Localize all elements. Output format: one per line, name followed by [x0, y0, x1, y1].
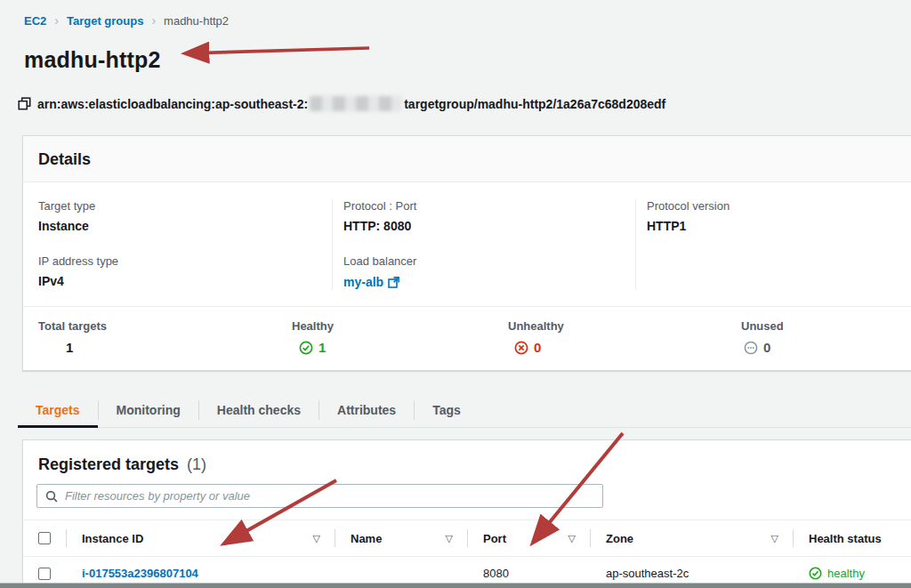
load-balancer-link[interactable]: my-alb: [343, 275, 399, 289]
arn-redacted-account-id: [310, 96, 402, 111]
page-title: madhu-http2: [24, 47, 911, 73]
select-all-checkbox[interactable]: [38, 532, 51, 544]
column-header-name[interactable]: Name ▽: [335, 520, 467, 556]
filter-input[interactable]: [65, 489, 594, 503]
row-checkbox[interactable]: [38, 568, 51, 580]
column-header-port[interactable]: Port ▽: [467, 520, 590, 556]
field-protocol-port: Protocol : Port HTTP: 8080: [343, 199, 635, 233]
stat-unhealthy: Unhealthy 0: [493, 319, 726, 355]
search-icon: [45, 490, 58, 503]
breadcrumb: EC2 › Target groups › madhu-http2: [0, 0, 911, 28]
tab-health-checks[interactable]: Health checks: [199, 396, 318, 428]
column-header-zone[interactable]: Zone ▽: [590, 520, 793, 556]
registered-targets-count: (1): [187, 455, 206, 473]
breadcrumb-ec2[interactable]: EC2: [24, 14, 46, 28]
window-edge-bar: [0, 583, 911, 588]
column-header-health-status[interactable]: Health status: [793, 520, 911, 556]
table-header-row: Instance ID ▽ Name ▽ Port ▽ Zone ▽ Healt…: [23, 520, 911, 556]
copy-icon[interactable]: [18, 97, 31, 110]
field-ip-address-type: IP address type IPv4: [38, 254, 332, 288]
details-fields: Target type Instance IP address type IPv…: [23, 182, 911, 306]
breadcrumb-target-groups[interactable]: Target groups: [67, 14, 143, 28]
stat-total-targets: Total targets 1: [23, 319, 277, 355]
stat-unused: Unused 0: [726, 319, 911, 355]
targets-table: Instance ID ▽ Name ▽ Port ▽ Zone ▽ Healt…: [23, 520, 911, 588]
breadcrumb-separator-icon: ›: [151, 13, 156, 28]
external-link-icon: [388, 277, 399, 288]
tab-bar: Targets Monitoring Health checks Attribu…: [18, 396, 911, 428]
details-title: Details: [23, 136, 911, 182]
column-header-instance-id[interactable]: Instance ID ▽: [66, 520, 335, 556]
arn-row: arn:aws:elasticloadbalancing:ap-southeas…: [18, 96, 911, 111]
filter-funnel-icon[interactable]: ▽: [771, 533, 778, 544]
arn-text: arn:aws:elasticloadbalancing:ap-southeas…: [37, 96, 665, 111]
field-load-balancer: Load balancer my-alb: [343, 254, 635, 290]
registered-targets-header: Registered targets (1): [23, 440, 911, 484]
filter-funnel-icon[interactable]: ▽: [568, 533, 576, 544]
filter-funnel-icon[interactable]: ▽: [313, 533, 320, 544]
details-card: Details Target type Instance IP address …: [22, 135, 911, 371]
field-protocol-version: Protocol version HTTP1: [647, 199, 911, 233]
healthy-check-circle-icon: [809, 567, 822, 580]
target-health-summary: Total targets 1 Healthy 1 Unhealthy 0 Un…: [23, 306, 911, 370]
tab-tags[interactable]: Tags: [415, 396, 479, 428]
healthy-check-circle-icon: [299, 341, 313, 355]
breadcrumb-separator-icon: ›: [54, 13, 59, 28]
breadcrumb-current: madhu-http2: [164, 14, 229, 28]
unused-ellipsis-circle-icon: [744, 341, 758, 355]
instance-id-link[interactable]: i-017553a2396807104: [82, 567, 198, 580]
stat-healthy: Healthy 1: [277, 319, 493, 355]
registered-targets-card: Registered targets (1) Instance ID ▽ Nam…: [22, 439, 911, 588]
field-target-type: Target type Instance: [38, 199, 332, 233]
tab-monitoring[interactable]: Monitoring: [99, 396, 198, 428]
filter-search-box[interactable]: [36, 484, 603, 508]
registered-targets-title: Registered targets: [38, 455, 179, 473]
filter-funnel-icon[interactable]: ▽: [446, 533, 453, 544]
health-status-badge: healthy: [809, 567, 865, 580]
tab-attributes[interactable]: Attributes: [319, 396, 414, 428]
tab-targets[interactable]: Targets: [18, 396, 98, 428]
unhealthy-x-circle-icon: [514, 341, 528, 355]
